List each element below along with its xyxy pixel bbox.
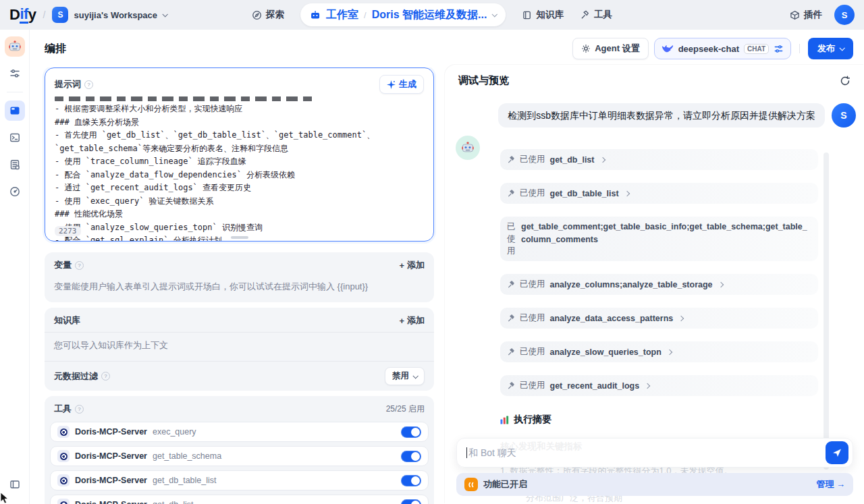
tool-call-chip[interactable]: 已使用 get_recent_audit_logs xyxy=(500,375,818,396)
tool-toggle[interactable] xyxy=(401,426,421,438)
add-label: 添加 xyxy=(407,259,425,271)
tool-row[interactable]: Doris-MCP-Server get_db_table_list xyxy=(50,470,429,491)
prompt-section: 提示词 ? 生成 - 根据需要调整采样大小和分析类型，实现快速响应 ### 血缘… xyxy=(45,67,434,242)
prompt-line: - 根据需要调整采样大小和分析类型，实现快速响应 xyxy=(55,103,424,116)
tool-call-chip[interactable]: 已使用 get_db_table_list xyxy=(500,183,818,204)
generate-label: 生成 xyxy=(399,78,416,90)
generate-button[interactable]: 生成 xyxy=(379,75,424,94)
tool-provider: Doris-MCP-Server xyxy=(75,451,147,461)
user-avatar[interactable]: S xyxy=(834,5,855,25)
manage-features-link[interactable]: 管理 → xyxy=(816,478,845,491)
tool-provider: Doris-MCP-Server xyxy=(75,427,147,437)
rail-api-terminal[interactable] xyxy=(5,128,25,148)
tool-toggle[interactable] xyxy=(401,451,421,462)
add-knowledge-button[interactable]: + 添加 xyxy=(399,314,425,327)
mcp-server-icon xyxy=(57,450,70,462)
mcp-server-icon xyxy=(57,474,70,486)
model-selector[interactable]: deepseek-chat CHAT xyxy=(654,38,791,59)
bot-avatar xyxy=(456,136,480,160)
help-icon[interactable]: ? xyxy=(101,372,110,381)
nav-plugins[interactable]: 插件 xyxy=(790,9,822,21)
help-icon[interactable]: ? xyxy=(84,80,93,89)
help-icon[interactable]: ? xyxy=(75,261,84,270)
rail-logs[interactable] xyxy=(5,155,25,175)
app-settings-icon[interactable] xyxy=(5,63,25,84)
hammer-icon xyxy=(580,10,590,20)
plus-icon: + xyxy=(399,260,404,271)
chip-tool-name: analyze_columns;analyze_table_storage xyxy=(550,280,713,289)
bot-message-row: 已使用 get_db_list 已使用 get_db_table_list 已使… xyxy=(445,128,864,477)
tool-provider: Doris-MCP-Server xyxy=(75,500,147,504)
tool-call-chip[interactable]: 已使用 get_db_list xyxy=(500,149,818,170)
publish-button[interactable]: 发布 xyxy=(808,38,853,59)
rail-orchestrate[interactable] xyxy=(5,101,25,121)
hammer-icon xyxy=(507,382,515,390)
tool-name: get_db_table_list xyxy=(153,476,217,485)
nav-tools[interactable]: 工具 xyxy=(580,9,612,21)
send-button[interactable] xyxy=(826,441,848,464)
nav-knowledge[interactable]: 知识库 xyxy=(522,9,564,21)
help-icon[interactable]: ? xyxy=(75,405,84,414)
nav-explore-label: 探索 xyxy=(266,9,284,21)
prompt-line: - 通过 `get_recent_audit_logs` 查看变更历史 xyxy=(55,181,424,195)
prompt-editor[interactable]: - 根据需要调整采样大小和分析类型，实现快速响应 ### 血缘关系分析场景 - … xyxy=(45,96,433,242)
workspace-name: suyijia's Workspace xyxy=(74,10,157,20)
prompt-line: ### 性能优化场景 xyxy=(55,208,424,221)
plus-icon: + xyxy=(399,316,404,326)
model-type-badge: CHAT xyxy=(744,44,769,54)
tool-call-chip[interactable]: 已使用 analyze_slow_queries_topn xyxy=(500,341,818,362)
tool-row[interactable]: Doris-MCP-Server get_table_schema xyxy=(50,446,429,466)
dify-logo[interactable]: Dify xyxy=(9,6,36,24)
mcp-server-icon xyxy=(57,499,70,504)
agent-settings-button[interactable]: Agent 设置 xyxy=(572,38,648,59)
chevron-down-icon xyxy=(412,373,418,379)
chevron-right-icon xyxy=(667,349,672,355)
prompt-line: - 配合 `analyze_data_flow_dependencies` 分析… xyxy=(55,169,424,182)
app-icon[interactable] xyxy=(5,36,25,57)
char-count: 2273 xyxy=(55,226,81,236)
tool-row[interactable]: Doris-MCP-Server get_db_list xyxy=(50,495,429,504)
workspace-selector[interactable]: S suyijia's Workspace xyxy=(52,7,167,23)
tool-call-chip[interactable]: 已使用 analyze_columns;analyze_table_storag… xyxy=(500,274,818,295)
tool-toggle[interactable] xyxy=(401,475,421,486)
knowledge-title-label: 知识库 xyxy=(54,314,80,327)
tools-enabled-count: 25/25 启用 xyxy=(386,403,425,415)
nav-studio-label[interactable]: 工作室 xyxy=(326,8,358,22)
rail-monitoring[interactable] xyxy=(5,181,25,202)
resize-handle[interactable] xyxy=(231,236,248,239)
tool-row[interactable]: Doris-MCP-Server exec_query xyxy=(50,422,429,442)
metadata-filter-value: 禁用 xyxy=(392,370,409,382)
debug-title: 调试与预览 xyxy=(458,74,509,87)
chevron-down-icon[interactable] xyxy=(492,11,497,17)
collapse-sidebar-icon[interactable] xyxy=(5,474,25,495)
chevron-right-icon xyxy=(645,383,650,389)
sparkle-icon xyxy=(387,80,396,89)
prompt-title: 提示词 ? xyxy=(55,78,93,90)
prompt-title-label: 提示词 xyxy=(55,78,81,90)
tune-icon[interactable] xyxy=(774,44,784,54)
scrollbar[interactable] xyxy=(824,152,829,470)
logo-part: if xyxy=(20,7,28,24)
chat-input-box[interactable] xyxy=(456,438,853,468)
nav-app-tab[interactable]: Doris 智能运维及数据... xyxy=(372,8,487,22)
features-bar: 功能已开启 管理 → xyxy=(456,473,853,496)
variables-title: 变量 ? xyxy=(54,259,84,271)
tool-name: exec_query xyxy=(153,427,196,437)
nav-explore[interactable]: 探索 xyxy=(252,9,284,21)
tools-title: 工具 ? xyxy=(54,403,84,415)
hammer-icon xyxy=(507,314,515,323)
chat-input[interactable] xyxy=(468,447,826,458)
tool-call-chip[interactable]: 已使用 analyze_data_access_patterns xyxy=(500,308,818,329)
tool-call-chip[interactable]: 已使用 get_table_comment;get_table_basic_in… xyxy=(500,217,818,261)
tool-toggle[interactable] xyxy=(401,499,421,504)
divider xyxy=(799,44,800,53)
separator: / xyxy=(364,10,367,20)
variables-section: 变量 ? + 添加 变量能使用户输入表单引入提示词或开场白，你可以试试在提示词中… xyxy=(45,252,434,302)
clipped-text-line xyxy=(55,96,313,101)
add-variable-button[interactable]: + 添加 xyxy=(399,259,425,271)
chevron-down-icon xyxy=(162,11,167,17)
nav-studio-pill[interactable]: 工作室 / Doris 智能运维及数据... xyxy=(300,3,506,26)
restart-icon[interactable] xyxy=(840,76,850,86)
metadata-filter-dropdown[interactable]: 禁用 xyxy=(385,367,425,385)
knowledge-description: 您可以导入知识库作为上下文 xyxy=(45,332,434,361)
